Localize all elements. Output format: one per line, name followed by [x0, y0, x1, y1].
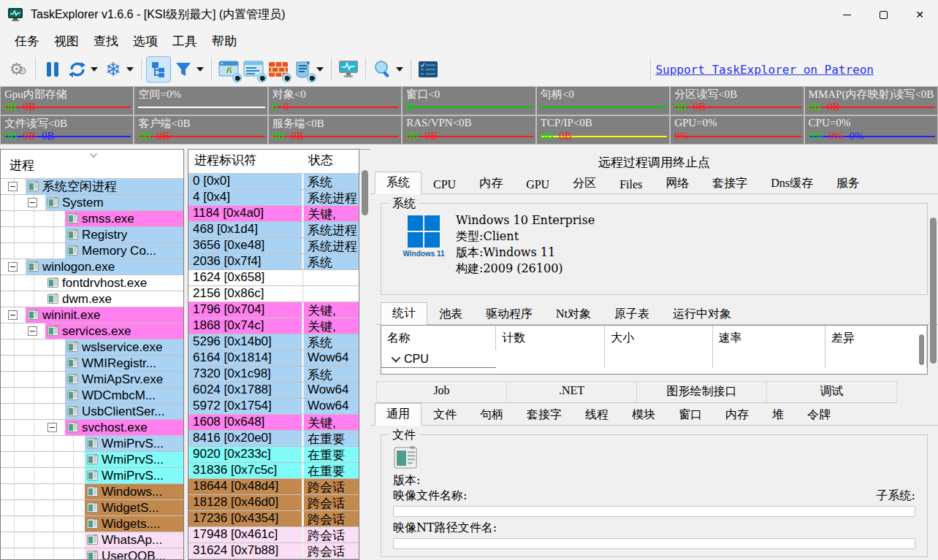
tab-system-1[interactable]: CPU	[422, 174, 468, 194]
table-row-cpu[interactable]: CPU	[381, 350, 927, 368]
minimize-button[interactable]	[828, 0, 865, 29]
refresh-dropdown-arrow[interactable]	[91, 67, 98, 72]
menu-item-5[interactable]: 帮助	[205, 31, 244, 52]
pid-column-header[interactable]: 进程标识符	[188, 152, 304, 173]
tab-stats-0[interactable]: 统计	[381, 302, 427, 325]
graph-panel-r1c5[interactable]: GPU=0%0%	[670, 115, 804, 145]
pid-row[interactable]: 4 [0x4]系统进程	[188, 190, 359, 206]
pid-row[interactable]: 9020 [0x233c]在重要	[188, 447, 359, 463]
process-column-header[interactable]: 进程	[1, 150, 183, 179]
process-row[interactable]: WDCmbcM...	[1, 388, 183, 404]
tab-detail-4[interactable]: 线程	[573, 404, 620, 426]
refresh-icon[interactable]	[65, 56, 90, 83]
menu-item-4[interactable]: 工具	[165, 31, 205, 52]
process-row[interactable]: WhatsAp...	[1, 532, 183, 548]
process-row[interactable]: 系统空闲进程	[1, 179, 183, 195]
table-header-0[interactable]: 名称	[381, 326, 496, 350]
process-row[interactable]: dwm.exe	[1, 291, 183, 307]
tab-system-6[interactable]: 网络	[654, 172, 701, 194]
process-row[interactable]: services.exe	[1, 323, 183, 340]
process-row[interactable]: Registry	[1, 227, 183, 243]
process-row[interactable]: System	[1, 195, 183, 211]
graph-panel-r0c3[interactable]: 窗口<00	[402, 86, 535, 115]
process-row[interactable]: WmiPrvS...	[1, 468, 183, 484]
collapse-expander-icon[interactable]	[8, 262, 18, 272]
tab-stats-1[interactable]: 池表	[427, 303, 474, 325]
tab-system-2[interactable]: 内存	[468, 172, 514, 194]
collapse-expander-icon[interactable]	[28, 326, 37, 336]
pid-row[interactable]: 17948 [0x461c]跨会话	[188, 527, 359, 543]
filter-dropdown-arrow[interactable]	[197, 67, 204, 72]
system-monitor-icon[interactable]	[336, 56, 361, 83]
graph-panel-r1c2[interactable]: 服务端<0B0B0B	[268, 115, 402, 145]
tab-stats-2[interactable]: 驱动程序	[474, 303, 544, 325]
process-row[interactable]: WmiPrvS...	[1, 452, 183, 468]
collapse-expander-icon[interactable]	[8, 182, 18, 191]
pid-row[interactable]: 1608 [0x648]关键,	[188, 415, 359, 431]
graph-panel-r0c5[interactable]: 分区读写<0B0B0B	[670, 86, 804, 115]
filter-funnel-icon[interactable]	[171, 56, 196, 83]
table-header-3[interactable]: 速率	[713, 326, 825, 350]
menu-item-1[interactable]: 视图	[47, 31, 86, 52]
log-dropdown-arrow[interactable]	[316, 67, 324, 72]
tab-system-9[interactable]: 服务	[825, 172, 872, 194]
process-row[interactable]: WMIRegistr...	[1, 356, 183, 372]
tab-detail-5[interactable]: 模块	[620, 404, 667, 426]
pid-row[interactable]: 5296 [0x14b0]系统	[188, 334, 359, 350]
table-header-2[interactable]: 大小	[605, 326, 712, 350]
tab-detail-2[interactable]: 句柄	[468, 404, 515, 426]
pid-row[interactable]: 1868 [0x74c]关键,	[188, 318, 359, 334]
process-row[interactable]: svchost.exe	[1, 420, 183, 436]
graph-panel-r0c2[interactable]: 对象<000	[268, 86, 402, 115]
graph-panel-r1c1[interactable]: 客户端<0B0B0B	[134, 115, 267, 145]
process-row[interactable]: UserOOB...	[1, 548, 183, 559]
maximize-button[interactable]	[865, 0, 901, 29]
process-row[interactable]: winlogon.exe	[1, 259, 183, 275]
pid-row[interactable]: 8416 [0x20e0]在重要	[188, 431, 359, 447]
pid-row[interactable]: 31624 [0x7b88]跨会话	[188, 543, 359, 559]
graph-panel-r0c6[interactable]: MMAP(内存映射)读写<0B0B0B	[804, 86, 938, 115]
tab-stats-3[interactable]: Nt对象	[544, 303, 603, 325]
log-scroll-icon[interactable]	[291, 56, 316, 83]
pid-row[interactable]: 2156 [0x86c]	[188, 286, 359, 302]
pid-row[interactable]: 31836 [0x7c5c]在重要	[188, 463, 359, 479]
process-row[interactable]: WmiPrvS...	[1, 436, 183, 452]
pid-row[interactable]: 18644 [0x48d4]跨会话	[188, 479, 359, 495]
freeze-dropdown-arrow[interactable]	[126, 67, 134, 72]
tab-group-2[interactable]: 图形绘制接口	[636, 381, 767, 403]
graph-panel-r1c6[interactable]: CPU=0%0%0%0%	[804, 115, 938, 145]
process-row[interactable]: Widgets....	[1, 516, 183, 532]
tab-detail-7[interactable]: 内存	[714, 404, 760, 426]
image-name-input[interactable]	[393, 506, 915, 517]
details-window-icon[interactable]	[241, 56, 266, 83]
process-row[interactable]: wininit.exe	[1, 307, 183, 323]
table-scrollbar-thumb[interactable]	[919, 334, 924, 365]
pid-row[interactable]: 1624 [0x658]	[188, 270, 359, 286]
pid-row[interactable]: 18128 [0x46d0]跨会话	[188, 495, 359, 511]
tab-group-0[interactable]: Job	[376, 381, 507, 403]
pid-row[interactable]: 1796 [0x704]关键,	[188, 302, 359, 318]
graph-panel-r1c0[interactable]: 文件读写<0B0B0B0B	[0, 115, 134, 145]
scrollbar-thumb[interactable]	[930, 218, 937, 364]
expand-chevron-icon[interactable]	[392, 353, 401, 363]
process-row[interactable]: WmiApSrv.exe	[1, 372, 183, 388]
tab-detail-6[interactable]: 窗口	[667, 404, 714, 426]
pid-row[interactable]: 2036 [0x7f4]系统	[188, 254, 359, 270]
menu-item-2[interactable]: 查找	[86, 31, 126, 52]
pid-row[interactable]: 0 [0x0]系统	[188, 174, 359, 190]
tab-stats-5[interactable]: 运行中对象	[661, 303, 743, 325]
tab-system-8[interactable]: Dns缓存	[759, 172, 825, 194]
collapse-expander-icon[interactable]	[8, 310, 18, 320]
checklist-icon[interactable]	[416, 56, 441, 83]
tab-detail-3[interactable]: 套接字	[515, 404, 573, 426]
pause-icon[interactable]	[40, 56, 65, 83]
tab-detail-9[interactable]: 令牌	[796, 404, 842, 426]
pid-row[interactable]: 5972 [0x1754]Wow64	[188, 399, 359, 415]
process-row[interactable]: wslservice.exe	[1, 340, 183, 356]
pid-row[interactable]: 3656 [0xe48]系统进程	[188, 238, 359, 254]
tab-detail-0[interactable]: 通用	[375, 403, 422, 426]
tab-system-4[interactable]: 分区	[561, 172, 608, 194]
tab-system-7[interactable]: 套接字	[701, 172, 759, 194]
tab-system-0[interactable]: 系统	[375, 172, 422, 194]
pid-row[interactable]: 17236 [0x4354]跨会话	[188, 511, 359, 527]
